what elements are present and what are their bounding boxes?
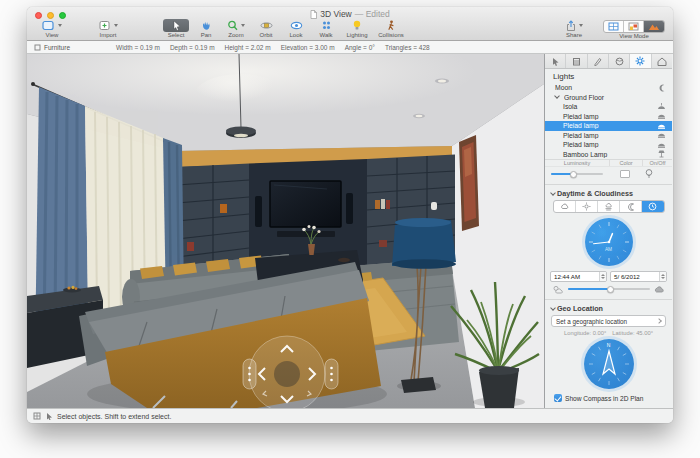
light-group-ground-floor[interactable]: Ground Floor	[545, 93, 672, 103]
ceiling-lamp-icon	[657, 131, 666, 139]
show-compass-checkbox[interactable]	[554, 394, 562, 402]
preset-sunny-button[interactable]	[576, 201, 598, 212]
nav-elevation-slider-right[interactable]	[325, 359, 338, 389]
zoom-tool-button[interactable]: Zoom	[221, 19, 251, 39]
view-mode-2d-plan-button[interactable]	[604, 21, 624, 32]
set-geo-location-button[interactable]: Set a geographic location	[551, 315, 666, 327]
light-onoff-bulb-icon[interactable]	[645, 169, 653, 179]
compass-dial[interactable]: N	[584, 339, 634, 389]
daytime-presets-control	[553, 200, 665, 213]
lighting-tool-button[interactable]: Lighting	[341, 19, 373, 39]
light-row-bamboo[interactable]: Bamboo Lamp	[545, 150, 672, 160]
time-dial-clock[interactable]: AM	[585, 218, 633, 266]
pan-hand-icon	[200, 20, 212, 31]
floor-lamp-icon	[657, 150, 666, 158]
status-message: Select objects. Shift to extend select.	[57, 413, 171, 420]
fog-cloud-icon	[604, 203, 613, 211]
caret-icon	[114, 24, 118, 27]
preset-cloudy-button[interactable]	[554, 201, 576, 212]
look-tool-button[interactable]: Look	[281, 19, 311, 39]
caret-icon	[58, 24, 62, 27]
app-window: 3D View — Edited View Import Select	[27, 7, 673, 423]
time-stepper[interactable]	[599, 272, 606, 281]
walk-tool-button[interactable]: Walk	[311, 19, 341, 39]
daytime-section-header[interactable]: Daytime & Cloudiness	[545, 188, 672, 199]
light-row-moon[interactable]: Moon	[545, 83, 672, 93]
date-field[interactable]: 5/ 6/2012	[610, 271, 667, 282]
stat-triangles: Triangles = 428	[385, 44, 430, 51]
select-tool-button[interactable]: Select	[161, 19, 191, 39]
house-icon	[657, 57, 667, 66]
stat-depth: Depth = 0.19 m	[170, 44, 215, 51]
cloudiness-slider-row	[545, 282, 672, 296]
3d-viewport[interactable]	[27, 54, 544, 408]
latitude-value: Latitude: 45.00°	[612, 330, 653, 336]
preset-fog-button[interactable]	[598, 201, 620, 212]
speaker-right[interactable]	[346, 193, 353, 224]
light-row-pleiad-2-selected[interactable]: Pleiad lamp	[545, 121, 672, 131]
cloudiness-slider-knob[interactable]	[607, 286, 614, 293]
tab-edit[interactable]	[588, 54, 609, 68]
dark-cloud-icon	[654, 285, 665, 293]
cloudiness-slider[interactable]	[568, 288, 650, 290]
sun-icon	[582, 202, 591, 211]
light-row-isola[interactable]: Isola	[545, 102, 672, 112]
orbit-tool-button[interactable]: Orbit	[251, 19, 281, 39]
view-button[interactable]: View	[35, 19, 69, 39]
geo-section-header[interactable]: Geo Location	[545, 303, 672, 314]
ceiling-lamp-icon	[657, 112, 666, 120]
tab-light-properties[interactable]	[630, 54, 651, 68]
nav-elevation-slider-left[interactable]	[243, 359, 256, 389]
luminosity-slider[interactable]	[551, 173, 603, 175]
luminosity-slider-knob[interactable]	[570, 171, 577, 178]
plan-2d-icon	[608, 22, 619, 31]
date-stepper[interactable]	[659, 272, 666, 281]
disclosure-chevron-icon	[550, 190, 556, 196]
moon-icon	[657, 84, 666, 92]
preset-custom-time-button[interactable]	[642, 201, 663, 212]
stat-width: Width = 0.19 m	[116, 44, 160, 51]
stat-elevation: Elevation = 3.00 m	[281, 44, 335, 51]
preset-night-button[interactable]	[620, 201, 642, 212]
look-eye-icon	[290, 20, 303, 31]
view-3d-icon	[648, 22, 660, 31]
ceiling-lamp-icon	[657, 122, 666, 130]
time-field[interactable]: 12:44 AM	[550, 271, 607, 282]
light-row-pleiad-1[interactable]: Pleiad lamp	[545, 112, 672, 122]
light-row-pleiad-4[interactable]: Pleiad lamp	[545, 140, 672, 150]
view-mode-elevation-button[interactable]	[624, 21, 644, 32]
window-chrome: 3D View — Edited View Import Select	[27, 7, 673, 41]
elevation-icon	[628, 22, 639, 31]
orbit-icon	[260, 20, 273, 31]
light-row-pleiad-3[interactable]: Pleiad lamp	[545, 131, 672, 141]
tv[interactable]	[270, 181, 341, 227]
tab-building[interactable]	[566, 54, 587, 68]
disclosure-chevron-icon	[550, 305, 556, 311]
ceiling-lamp-icon	[657, 141, 666, 149]
tab-object-info[interactable]	[545, 54, 566, 68]
pendant-lamp-icon	[657, 103, 666, 111]
disclosure-chevron-icon[interactable]	[554, 93, 560, 99]
tab-camera[interactable]	[652, 54, 672, 68]
walk-icon	[321, 20, 332, 31]
status-bar: Select objects. Shift to extend select.	[27, 408, 673, 423]
stat-angle: Angle = 0°	[345, 44, 375, 51]
picture-frame[interactable]	[459, 135, 479, 231]
speaker-left[interactable]	[255, 196, 262, 227]
building-icon	[572, 57, 581, 66]
clock-meridiem-label: AM	[585, 247, 633, 252]
pencil-icon	[593, 57, 602, 66]
light-color-well[interactable]	[620, 170, 630, 178]
share-button[interactable]: Share	[557, 19, 591, 39]
pan-tool-button[interactable]: Pan	[191, 19, 221, 39]
view-mode-3d-button[interactable]	[644, 21, 664, 32]
longitude-value: Longitude: 0.00°	[564, 330, 606, 336]
import-button[interactable]: Import	[91, 19, 125, 39]
clock-icon	[648, 202, 657, 211]
desktop: 3D View — Edited View Import Select	[0, 0, 700, 458]
caret-icon	[241, 24, 245, 27]
collisions-tool-button[interactable]: Collisions	[373, 19, 409, 39]
minute-hand	[593, 242, 609, 244]
tab-materials[interactable]	[609, 54, 630, 68]
share-icon	[565, 20, 577, 32]
